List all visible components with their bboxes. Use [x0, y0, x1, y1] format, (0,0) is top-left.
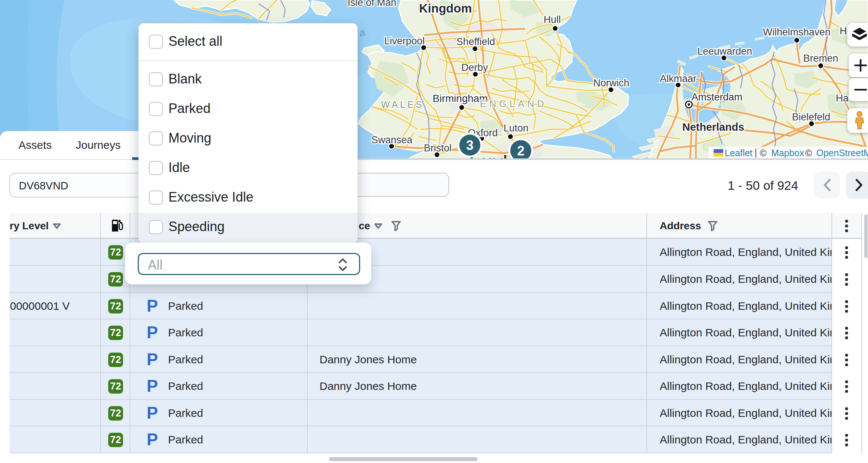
svg-text:OpenStreetMap: OpenStreetMap	[816, 148, 868, 158]
svg-text:Wilhelmshaven: Wilhelmshaven	[763, 27, 830, 38]
svg-text:|: |	[755, 147, 757, 158]
svg-text:H: H	[840, 25, 847, 37]
svg-text:Netherlands: Netherlands	[682, 121, 744, 133]
svg-text:Hull: Hull	[544, 14, 561, 25]
svg-text:Kingdom: Kingdom	[419, 1, 472, 15]
svg-text:Ha: Ha	[836, 93, 849, 104]
svg-text:Luton: Luton	[503, 123, 529, 134]
svg-text:Bielefeld: Bielefeld	[792, 112, 830, 123]
svg-text:©: ©	[805, 148, 812, 158]
svg-text:Bremen: Bremen	[803, 53, 838, 64]
svg-text:Sheffield: Sheffield	[457, 36, 495, 47]
svg-text:WALES: WALES	[381, 99, 424, 110]
svg-text:2: 2	[517, 143, 524, 158]
svg-text:Leeuwarden: Leeuwarden	[697, 46, 752, 57]
svg-text:Alkmaar: Alkmaar	[660, 73, 696, 84]
svg-text:Mapbox: Mapbox	[771, 148, 804, 158]
svg-text:Isle of Man: Isle of Man	[348, 0, 396, 8]
svg-text:©: ©	[760, 148, 767, 158]
svg-text:ENGLAND: ENGLAND	[480, 98, 547, 109]
svg-text:Swansea: Swansea	[371, 134, 413, 145]
svg-text:Amsterdam: Amsterdam	[691, 92, 742, 103]
svg-text:Bristol: Bristol	[424, 143, 451, 154]
svg-text:3: 3	[466, 138, 474, 153]
svg-text:Derby: Derby	[461, 62, 488, 73]
svg-text:Liverpool: Liverpool	[384, 35, 425, 47]
svg-text:Leaflet: Leaflet	[725, 148, 752, 158]
svg-text:Norwich: Norwich	[593, 78, 629, 89]
